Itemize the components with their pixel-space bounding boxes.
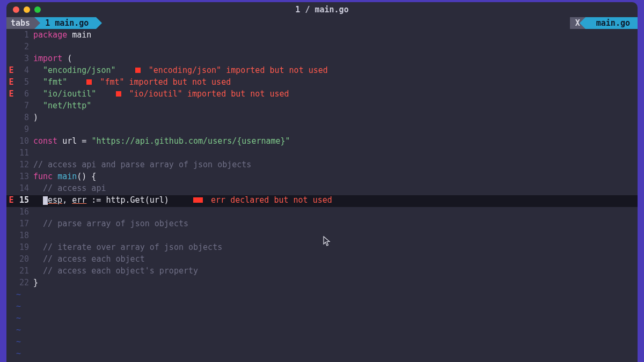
line-number: 9	[16, 124, 33, 134]
tab-file-label[interactable]: main.go	[586, 17, 638, 29]
code-content: "io/ioutil"	[33, 89, 96, 99]
diagnostic-message: "encoding/json" imported but not used	[144, 65, 328, 75]
diagnostic-message: err declared but not used	[206, 195, 332, 205]
diagnostic-marker-icon	[116, 91, 121, 97]
code-content: )	[33, 113, 38, 122]
line-number: 5	[16, 77, 33, 87]
code-line[interactable]: 14 // access api	[6, 183, 638, 195]
diagnostic-marker-icon	[86, 79, 92, 85]
code-content: package main	[33, 30, 91, 40]
titlebar: 1 / main.go	[6, 2, 638, 17]
error-sign: E	[6, 65, 16, 75]
code-line[interactable]: 9	[6, 124, 638, 136]
diagnostic-marker-icon	[193, 197, 203, 203]
line-number: 19	[16, 242, 33, 252]
line-number: 20	[16, 254, 33, 264]
code-line[interactable]: E6 "io/ioutil" "io/ioutil" imported but …	[6, 89, 638, 101]
code-line[interactable]: 1package main	[6, 30, 638, 42]
line-number: 16	[16, 207, 33, 217]
code-line[interactable]: 7 "net/http"	[6, 101, 638, 113]
line-number: 22	[16, 278, 33, 287]
line-number: 1	[16, 30, 33, 40]
code-content: "encoding/json"	[33, 65, 116, 75]
line-number: 10	[16, 136, 33, 146]
code-content: esp, err := http.Get(url)	[33, 195, 169, 205]
line-number: 12	[16, 160, 33, 169]
line-number: 18	[16, 231, 33, 240]
code-line[interactable]: 12// access api and parse array of json …	[6, 160, 638, 172]
empty-line-tilde: ~	[6, 313, 638, 325]
diagnostic-message: "fmt" imported but not used	[95, 77, 231, 87]
close-window-icon[interactable]	[13, 6, 19, 13]
diagnostic-marker-icon	[135, 68, 141, 73]
diagnostic-message: "io/ioutil" imported but not used	[125, 89, 289, 99]
line-number: 3	[16, 54, 33, 63]
line-number: 15	[16, 195, 33, 205]
code-content: }	[33, 278, 38, 287]
code-line[interactable]: 13func main() {	[6, 172, 638, 183]
code-content: // access each object	[33, 254, 145, 264]
error-sign: E	[6, 195, 16, 205]
code-line[interactable]: 19 // iterate over array of json objects	[6, 242, 638, 254]
line-number: 13	[16, 172, 33, 181]
code-content: import (	[33, 54, 72, 63]
tab-bar: tabs 1 main.go X main.go	[6, 17, 638, 29]
code-line[interactable]: 11	[6, 148, 638, 160]
code-line[interactable]: 3import (	[6, 54, 638, 65]
maximize-window-icon[interactable]	[34, 6, 41, 13]
code-editor[interactable]: 1package main23import (E4 "encoding/json…	[6, 29, 638, 362]
window-title: 1 / main.go	[6, 5, 638, 14]
code-line[interactable]: E15 esp, err := http.Get(url) err declar…	[6, 195, 638, 207]
code-content: const url = "https://api.github.com/user…	[33, 136, 290, 146]
code-content: // iterate over array of json objects	[33, 242, 222, 252]
code-line[interactable]: 16	[6, 207, 638, 219]
code-content: // access each object's property	[33, 266, 198, 276]
code-content: "net/http"	[33, 101, 91, 110]
line-number: 2	[16, 42, 33, 51]
minimize-window-icon[interactable]	[24, 6, 30, 13]
code-line[interactable]: E5 "fmt" "fmt" imported but not used	[6, 77, 638, 89]
empty-line-tilde: ~	[6, 301, 638, 313]
code-content: // parse array of json objects	[33, 219, 188, 228]
line-number: 11	[16, 148, 33, 158]
line-number: 6	[16, 89, 33, 99]
code-line[interactable]: E4 "encoding/json" "encoding/json" impor…	[6, 65, 638, 77]
line-number: 17	[16, 219, 33, 228]
empty-line-tilde: ~	[6, 337, 638, 349]
error-sign: E	[6, 77, 16, 87]
editor-window: 1 / main.go tabs 1 main.go X main.go 1pa…	[6, 2, 638, 362]
traffic-lights	[13, 6, 41, 13]
text-cursor	[43, 196, 48, 205]
error-sign: E	[6, 89, 16, 99]
line-number: 21	[16, 266, 33, 276]
code-content: "fmt"	[33, 77, 67, 87]
empty-line-tilde: ~	[6, 349, 638, 360]
code-line[interactable]: 20 // access each object	[6, 254, 638, 266]
code-line[interactable]: 8)	[6, 113, 638, 124]
line-number: 8	[16, 113, 33, 122]
code-line[interactable]: 21 // access each object's property	[6, 266, 638, 278]
line-number: 7	[16, 101, 33, 110]
code-content: // access api and parse array of json ob…	[33, 160, 251, 169]
tab-main-go[interactable]: 1 main.go	[34, 17, 96, 29]
empty-line-tilde: ~	[6, 325, 638, 337]
line-number: 14	[16, 183, 33, 193]
line-number: 4	[16, 65, 33, 75]
code-line[interactable]: 2	[6, 42, 638, 54]
code-content: // access api	[33, 183, 106, 193]
code-line[interactable]: 22}	[6, 278, 638, 290]
empty-line-tilde: ~	[6, 290, 638, 301]
code-content: func main() {	[33, 172, 96, 181]
code-line[interactable]: 10const url = "https://api.github.com/us…	[6, 136, 638, 148]
code-line[interactable]: 18	[6, 231, 638, 242]
tabs-label[interactable]: tabs	[6, 17, 34, 29]
code-line[interactable]: 17 // parse array of json objects	[6, 219, 638, 231]
